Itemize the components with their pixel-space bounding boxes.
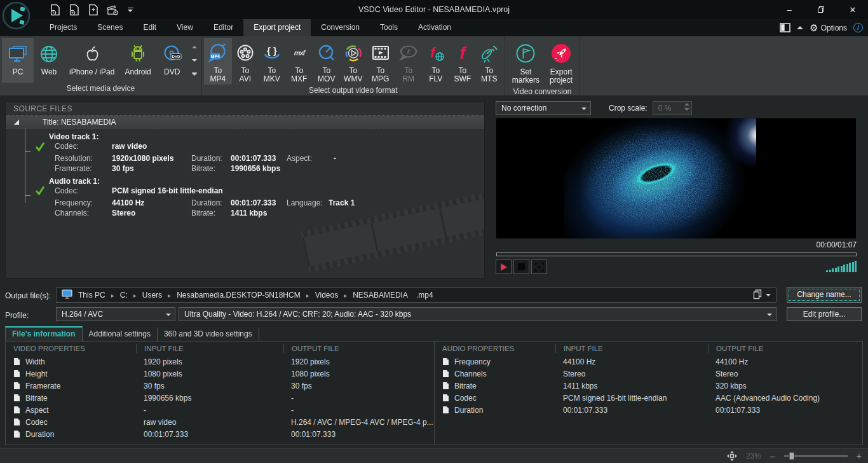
crop-scale-input[interactable]: 0 % <box>653 101 692 115</box>
profile-codec-select[interactable]: H.264 / AVC <box>56 307 175 321</box>
change-name-button[interactable]: Change name... <box>787 287 862 303</box>
this-pc-icon <box>62 289 72 301</box>
seek-bar[interactable] <box>496 252 857 256</box>
menu-tab-scenes[interactable]: Scenes <box>87 19 133 36</box>
capture-video-icon[interactable] <box>107 3 118 16</box>
save-project-icon[interactable] <box>88 3 99 16</box>
spinner-down-icon[interactable] <box>684 108 689 111</box>
fullscreen-button[interactable] <box>531 259 547 274</box>
close-button[interactable]: ✕ <box>846 3 859 16</box>
mp4-icon: MP4 <box>207 41 229 66</box>
format-to-wmv[interactable]: ToWMV <box>340 38 367 85</box>
copy-path-icon[interactable] <box>753 289 762 301</box>
format-to-mpg[interactable]: ToMPG <box>367 38 395 85</box>
zoom-slider-handle[interactable] <box>789 452 794 460</box>
format-to-mp4[interactable]: MP4 ToMP4 <box>204 38 232 85</box>
audio-output-header: OUTPUT FILE <box>708 344 862 353</box>
spinner-up-icon[interactable] <box>684 103 689 106</box>
media-device-group: PC Web iPhone / iPad <box>0 36 202 95</box>
zoom-out-button[interactable]: – <box>770 451 775 461</box>
profile-preset-select[interactable]: Ultra Quality - Video: H.264 / AVC; CRF:… <box>179 307 776 321</box>
table-row: Bitrate 1990656 kbps- <box>6 392 434 404</box>
format-to-mxf[interactable]: mxf ToMXF <box>285 38 313 85</box>
format-to-mkv[interactable]: { } ToMKV <box>259 38 285 85</box>
toolbar-overflow-icon[interactable] <box>126 8 135 12</box>
rm-realmedia-icon: r <box>398 41 419 66</box>
audio-codec-value: PCM signed 16-bit little-endian <box>112 186 484 196</box>
tree-expander-icon[interactable] <box>13 119 20 125</box>
device-iphone-ipad[interactable]: iPhone / iPad <box>64 38 119 83</box>
video-aspect-label: Aspect: <box>287 153 326 163</box>
audio-duration-label: Duration: <box>191 198 231 208</box>
device-dvd[interactable]: DVD DVD <box>156 38 188 83</box>
video-duration-value: 00:01:07.333 <box>231 153 287 163</box>
tab-additional-settings[interactable]: Additional settings <box>83 328 158 341</box>
device-scroll-more-icon[interactable] <box>189 67 200 80</box>
tab-files-information[interactable]: File's information <box>5 326 83 341</box>
video-bitrate-label: Bitrate: <box>191 163 231 174</box>
play-icon <box>501 263 507 271</box>
format-to-mov[interactable]: ToMOV <box>313 38 340 85</box>
video-resolution-label: Resolution: <box>55 153 112 163</box>
collapse-ribbon-icon[interactable] <box>797 26 803 29</box>
output-files-label: Output file(s): <box>5 291 51 300</box>
format-to-mts[interactable]: ToMTS <box>476 38 503 85</box>
format-to-rm[interactable]: r ToRM <box>395 38 423 85</box>
format-to-flv[interactable]: f ToFLV <box>423 38 449 85</box>
device-scroll-up-icon[interactable] <box>189 41 200 54</box>
device-web[interactable]: Web <box>34 38 64 83</box>
chevron-down-icon <box>767 314 772 316</box>
breadcrumb-filename[interactable]: NESABAMEDIA <box>353 291 408 300</box>
breadcrumb-drive-c[interactable]: C: <box>120 291 128 300</box>
zoom-in-button[interactable]: + <box>857 451 862 461</box>
open-recent-project-icon[interactable] <box>69 3 80 16</box>
format-to-swf[interactable]: f ToSWF <box>449 38 476 85</box>
stop-button[interactable] <box>513 259 529 274</box>
menu-tab-projects[interactable]: Projects <box>39 19 87 36</box>
fit-zoom-icon[interactable] <box>727 451 737 461</box>
info-icon[interactable]: i <box>853 23 863 32</box>
ribbon: PC Web iPhone / iPad <box>0 36 868 95</box>
menu-tab-edit[interactable]: Edit <box>133 19 166 36</box>
menu-tab-editor[interactable]: Editor <box>203 19 243 36</box>
device-scroll-down-icon[interactable] <box>189 54 200 67</box>
play-button[interactable] <box>496 259 512 274</box>
table-row: Framerate 30 fps30 fps <box>6 380 434 392</box>
svg-text:mxf: mxf <box>294 49 306 57</box>
info-tabs: File's information Additional settings 3… <box>5 327 259 341</box>
audio-codec-label: Codec: <box>55 186 112 196</box>
minimize-button[interactable]: – <box>783 3 796 16</box>
export-project-button[interactable]: Exportproject <box>545 38 578 86</box>
path-dropdown-icon[interactable] <box>766 294 771 296</box>
table-row: Codec raw videoH.264 / AVC / MPEG-4 AVC … <box>6 416 434 428</box>
breadcrumb-users[interactable]: Users <box>142 291 162 300</box>
edit-profile-button[interactable]: Edit profile... <box>787 307 862 321</box>
source-title-row[interactable]: Title: NESABAMEDIA <box>6 116 484 128</box>
video-bitrate-value: 1990656 kbps <box>231 163 484 174</box>
set-markers-button[interactable]: Setmarkers <box>507 38 545 86</box>
menu-tab-conversion[interactable]: Conversion <box>311 19 370 36</box>
open-project-icon[interactable] <box>50 3 61 16</box>
source-files-header: SOURCE FILES <box>6 102 484 116</box>
crop-scale-value: 0 % <box>658 104 672 113</box>
device-android[interactable]: Android <box>119 38 156 83</box>
breadcrumb-user-folder[interactable]: Nesabamedia.DESKTOP-5N18HCM <box>177 291 301 300</box>
video-aspect-value: - <box>326 153 484 163</box>
breadcrumb-this-pc[interactable]: This PC <box>78 291 105 300</box>
menu-tab-export-project[interactable]: Export project <box>243 19 311 36</box>
restore-button[interactable] <box>815 3 827 16</box>
volume-bars[interactable] <box>826 259 857 272</box>
breadcrumb-videos[interactable]: Videos <box>315 291 338 300</box>
options-button[interactable]: ⚙ Options <box>810 23 847 32</box>
menu-tab-view[interactable]: View <box>166 19 203 36</box>
format-to-avi[interactable]: ToAVI <box>232 38 259 85</box>
tab-360-3d-settings[interactable]: 360 and 3D video settings <box>158 328 259 341</box>
video-codec-label: Codec: <box>55 141 112 151</box>
device-pc[interactable]: PC <box>2 38 34 83</box>
menu-tab-activation[interactable]: Activation <box>408 19 461 36</box>
page-icon <box>13 370 20 378</box>
zoom-slider[interactable] <box>784 455 848 457</box>
correction-select[interactable]: No correction <box>496 101 591 115</box>
menu-tab-tools[interactable]: Tools <box>370 19 408 36</box>
layout-panels-icon[interactable] <box>780 23 790 32</box>
